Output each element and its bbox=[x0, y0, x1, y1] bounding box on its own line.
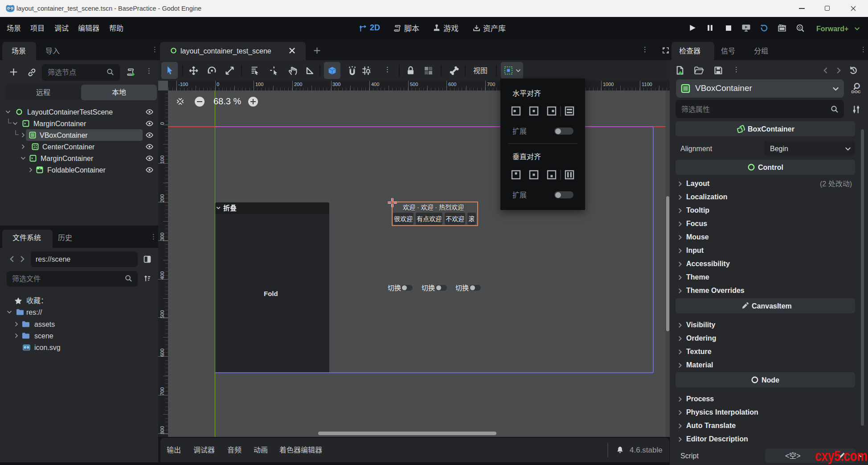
svg-text:DOC: DOC bbox=[852, 89, 861, 94]
